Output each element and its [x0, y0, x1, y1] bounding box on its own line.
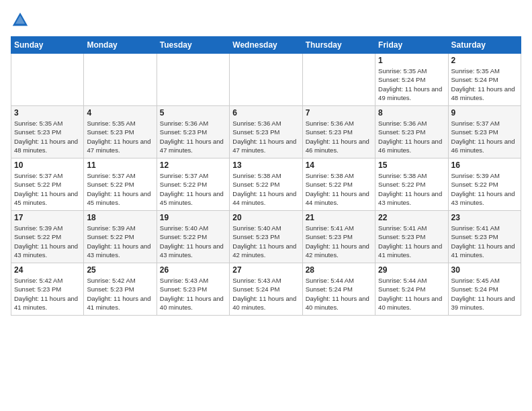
day-number: 2: [451, 56, 518, 65]
day-info: Sunrise: 5:35 AM Sunset: 5:24 PM Dayligh…: [451, 66, 518, 102]
calendar-day-cell: 21Sunrise: 5:41 AM Sunset: 5:23 PM Dayli…: [302, 211, 375, 263]
day-info: Sunrise: 5:35 AM Sunset: 5:23 PM Dayligh…: [87, 119, 153, 154]
day-number: 28: [306, 265, 372, 275]
day-number: 27: [232, 265, 299, 275]
day-number: 30: [451, 265, 518, 275]
calendar-day-cell: 23Sunrise: 5:41 AM Sunset: 5:23 PM Dayli…: [448, 211, 521, 263]
day-number: 23: [451, 213, 518, 222]
day-info: Sunrise: 5:43 AM Sunset: 5:23 PM Dayligh…: [160, 276, 226, 312]
day-number: 14: [306, 161, 372, 170]
day-info: Sunrise: 5:36 AM Sunset: 5:23 PM Dayligh…: [378, 119, 445, 154]
day-info: Sunrise: 5:41 AM Sunset: 5:23 PM Dayligh…: [378, 224, 445, 259]
day-number: 3: [14, 108, 81, 118]
day-number: 19: [160, 213, 226, 222]
day-info: Sunrise: 5:37 AM Sunset: 5:22 PM Dayligh…: [160, 171, 226, 207]
calendar-day-cell: 3Sunrise: 5:35 AM Sunset: 5:23 PM Daylig…: [11, 106, 84, 158]
calendar-day-cell: 19Sunrise: 5:40 AM Sunset: 5:22 PM Dayli…: [157, 211, 229, 263]
day-number: 24: [14, 265, 81, 275]
day-number: 21: [306, 213, 372, 222]
calendar-day-cell: 15Sunrise: 5:38 AM Sunset: 5:22 PM Dayli…: [375, 158, 448, 211]
day-info: Sunrise: 5:45 AM Sunset: 5:24 PM Dayligh…: [451, 276, 518, 312]
day-number: 22: [378, 213, 445, 222]
day-number: 5: [160, 108, 226, 118]
day-info: Sunrise: 5:40 AM Sunset: 5:22 PM Dayligh…: [160, 224, 226, 259]
calendar-day-cell: 20Sunrise: 5:40 AM Sunset: 5:23 PM Dayli…: [230, 211, 302, 263]
calendar-day-cell: 25Sunrise: 5:42 AM Sunset: 5:23 PM Dayli…: [84, 263, 157, 316]
calendar-day-cell: 4Sunrise: 5:35 AM Sunset: 5:23 PM Daylig…: [84, 106, 157, 158]
day-number: 6: [232, 108, 299, 118]
calendar-weekday-header: Wednesday: [230, 37, 302, 54]
day-number: 8: [378, 108, 445, 118]
calendar-day-cell: 27Sunrise: 5:43 AM Sunset: 5:24 PM Dayli…: [230, 263, 302, 316]
calendar-day-cell: 7Sunrise: 5:36 AM Sunset: 5:23 PM Daylig…: [302, 106, 375, 158]
day-info: Sunrise: 5:40 AM Sunset: 5:23 PM Dayligh…: [232, 224, 299, 259]
day-number: 11: [87, 161, 153, 170]
day-number: 12: [160, 161, 226, 170]
calendar-day-cell: 6Sunrise: 5:36 AM Sunset: 5:23 PM Daylig…: [230, 106, 302, 158]
calendar-day-cell: [11, 54, 84, 106]
day-info: Sunrise: 5:42 AM Sunset: 5:23 PM Dayligh…: [87, 276, 153, 312]
calendar-day-cell: 2Sunrise: 5:35 AM Sunset: 5:24 PM Daylig…: [448, 54, 521, 106]
day-info: Sunrise: 5:44 AM Sunset: 5:24 PM Dayligh…: [306, 276, 372, 312]
calendar-day-cell: 1Sunrise: 5:35 AM Sunset: 5:24 PM Daylig…: [375, 54, 448, 106]
day-info: Sunrise: 5:42 AM Sunset: 5:23 PM Dayligh…: [14, 276, 81, 312]
day-number: 13: [232, 161, 299, 170]
day-number: 17: [14, 213, 81, 222]
day-info: Sunrise: 5:39 AM Sunset: 5:22 PM Dayligh…: [87, 224, 153, 259]
day-info: Sunrise: 5:36 AM Sunset: 5:23 PM Dayligh…: [232, 119, 299, 154]
calendar-day-cell: 18Sunrise: 5:39 AM Sunset: 5:22 PM Dayli…: [84, 211, 157, 263]
calendar-day-cell: 9Sunrise: 5:37 AM Sunset: 5:23 PM Daylig…: [448, 106, 521, 158]
calendar-header-row: SundayMondayTuesdayWednesdayThursdayFrid…: [11, 37, 521, 54]
day-info: Sunrise: 5:38 AM Sunset: 5:22 PM Dayligh…: [306, 171, 372, 207]
calendar-week-row: 3Sunrise: 5:35 AM Sunset: 5:23 PM Daylig…: [11, 106, 521, 158]
day-number: 16: [451, 161, 518, 170]
calendar-day-cell: [84, 54, 157, 106]
calendar-day-cell: 26Sunrise: 5:43 AM Sunset: 5:23 PM Dayli…: [157, 263, 229, 316]
calendar-day-cell: 17Sunrise: 5:39 AM Sunset: 5:22 PM Dayli…: [11, 211, 84, 263]
calendar-weekday-header: Monday: [84, 37, 157, 54]
calendar-day-cell: 16Sunrise: 5:39 AM Sunset: 5:22 PM Dayli…: [448, 158, 521, 211]
calendar-week-row: 1Sunrise: 5:35 AM Sunset: 5:24 PM Daylig…: [11, 54, 521, 106]
day-number: 9: [451, 108, 518, 118]
calendar-week-row: 17Sunrise: 5:39 AM Sunset: 5:22 PM Dayli…: [11, 211, 521, 263]
day-number: 25: [87, 265, 153, 275]
calendar-day-cell: 28Sunrise: 5:44 AM Sunset: 5:24 PM Dayli…: [302, 263, 375, 316]
logo: [11, 11, 32, 30]
day-info: Sunrise: 5:43 AM Sunset: 5:24 PM Dayligh…: [232, 276, 299, 312]
day-info: Sunrise: 5:41 AM Sunset: 5:23 PM Dayligh…: [451, 224, 518, 259]
calendar-day-cell: [157, 54, 229, 106]
calendar-day-cell: [230, 54, 302, 106]
day-info: Sunrise: 5:41 AM Sunset: 5:23 PM Dayligh…: [306, 224, 372, 259]
calendar-day-cell: 14Sunrise: 5:38 AM Sunset: 5:22 PM Dayli…: [302, 158, 375, 211]
calendar-day-cell: 11Sunrise: 5:37 AM Sunset: 5:22 PM Dayli…: [84, 158, 157, 211]
day-info: Sunrise: 5:35 AM Sunset: 5:24 PM Dayligh…: [378, 66, 445, 102]
day-info: Sunrise: 5:37 AM Sunset: 5:23 PM Dayligh…: [451, 119, 518, 154]
day-info: Sunrise: 5:35 AM Sunset: 5:23 PM Dayligh…: [14, 119, 81, 154]
calendar-week-row: 24Sunrise: 5:42 AM Sunset: 5:23 PM Dayli…: [11, 263, 521, 316]
day-info: Sunrise: 5:39 AM Sunset: 5:22 PM Dayligh…: [14, 224, 81, 259]
day-number: 15: [378, 161, 445, 170]
day-number: 10: [14, 161, 81, 170]
calendar-day-cell: 22Sunrise: 5:41 AM Sunset: 5:23 PM Dayli…: [375, 211, 448, 263]
day-number: 26: [160, 265, 226, 275]
day-number: 18: [87, 213, 153, 222]
day-number: 7: [306, 108, 372, 118]
day-number: 1: [378, 56, 445, 65]
day-number: 29: [378, 265, 445, 275]
calendar-weekday-header: Thursday: [302, 37, 375, 54]
calendar-week-row: 10Sunrise: 5:37 AM Sunset: 5:22 PM Dayli…: [11, 158, 521, 211]
day-info: Sunrise: 5:38 AM Sunset: 5:22 PM Dayligh…: [378, 171, 445, 207]
day-info: Sunrise: 5:44 AM Sunset: 5:24 PM Dayligh…: [378, 276, 445, 312]
day-info: Sunrise: 5:36 AM Sunset: 5:23 PM Dayligh…: [160, 119, 226, 154]
day-info: Sunrise: 5:37 AM Sunset: 5:22 PM Dayligh…: [87, 171, 153, 207]
calendar-day-cell: 30Sunrise: 5:45 AM Sunset: 5:24 PM Dayli…: [448, 263, 521, 316]
day-number: 20: [232, 213, 299, 222]
calendar-day-cell: 10Sunrise: 5:37 AM Sunset: 5:22 PM Dayli…: [11, 158, 84, 211]
calendar-weekday-header: Sunday: [11, 37, 84, 54]
calendar-weekday-header: Tuesday: [157, 37, 229, 54]
calendar-day-cell: 8Sunrise: 5:36 AM Sunset: 5:23 PM Daylig…: [375, 106, 448, 158]
day-info: Sunrise: 5:36 AM Sunset: 5:23 PM Dayligh…: [306, 119, 372, 154]
day-info: Sunrise: 5:38 AM Sunset: 5:22 PM Dayligh…: [232, 171, 299, 207]
logo-icon: [11, 11, 30, 30]
calendar-day-cell: 12Sunrise: 5:37 AM Sunset: 5:22 PM Dayli…: [157, 158, 229, 211]
